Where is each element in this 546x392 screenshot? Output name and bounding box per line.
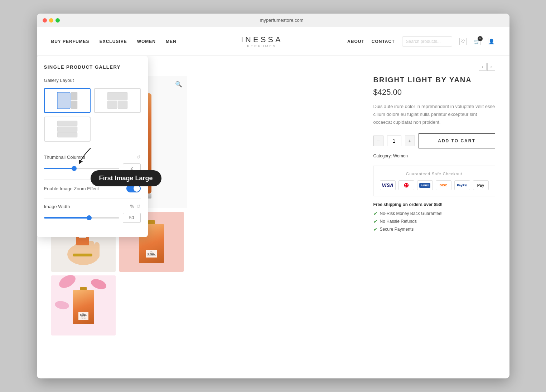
layout-first-large-icon <box>57 92 78 109</box>
annotation-area <box>76 144 105 167</box>
nav-men[interactable]: MEN <box>166 39 177 44</box>
svg-rect-18 <box>57 127 77 132</box>
layout-option-grid[interactable] <box>94 88 141 113</box>
nav-buy-perfumes[interactable]: BUY PERFUMES <box>51 39 90 44</box>
settings-panel: SINGLE PRODUCT GALLERY Gallery Layout <box>37 56 148 237</box>
product-category-value: Women <box>393 153 408 158</box>
close-dot[interactable] <box>43 18 47 23</box>
quantity-row: − + ADD TO CART <box>373 133 495 148</box>
svg-rect-17 <box>57 121 77 126</box>
svg-rect-1 <box>74 244 82 261</box>
quantity-increase[interactable]: + <box>405 136 415 146</box>
payment-amex: AMEX <box>417 180 433 190</box>
breadcrumb-arrows: › ‹ <box>479 63 495 71</box>
gallery-layout-label: Gallery Layout <box>44 78 141 83</box>
product-category: Category: Women <box>373 153 495 158</box>
zoom-label: Enable Image Zoom Effect <box>44 186 99 191</box>
minimize-dot[interactable] <box>49 18 53 23</box>
browser-url: myperfumestore.com <box>60 18 504 23</box>
payment-icons: VISA ⊕ AMEX DISC PayPal Pay <box>380 180 489 190</box>
shipping-item-2: ✔ No Hassle Refunds <box>373 219 495 224</box>
product-title: BRIGHT LIGHT BY YANA <box>373 76 495 84</box>
nav-exclusive[interactable]: EXCLUSIVE <box>100 39 127 44</box>
product-description: Duis aute irure dolor in reprehenderit i… <box>373 103 495 126</box>
logo-title: INESSA <box>241 35 283 44</box>
image-width-label: Image Width <box>44 204 70 209</box>
product-price: $425.00 <box>373 88 495 97</box>
layout-options-grid <box>44 88 141 113</box>
svg-rect-16 <box>118 101 127 109</box>
browser-dots <box>43 18 60 23</box>
nav-contact[interactable]: CONTACT <box>372 39 395 44</box>
zoom-icon[interactable]: 🔍 <box>175 81 182 88</box>
refresh-icon-1[interactable]: ↺ <box>136 154 141 160</box>
shipping-item-1: ✔ No-Risk Money Back Guarantee! <box>373 211 495 216</box>
check-icon-2: ✔ <box>373 219 378 224</box>
breadcrumb-prev[interactable]: ‹ <box>487 63 495 71</box>
image-width-slider-container: 50 <box>44 213 141 223</box>
panel-title: SINGLE PRODUCT GALLERY <box>44 64 141 70</box>
payment-visa: VISA <box>380 180 396 190</box>
layout-option-first-large[interactable] <box>44 88 91 113</box>
payment-apple: Pay <box>473 180 489 190</box>
store-header: BUY PERFUMES EXCLUSIVE WOMEN MEN INESSA … <box>37 27 509 56</box>
tooltip-text: First Image Large <box>99 175 153 182</box>
shipping-item-3: ✔ Secure Payments <box>373 226 495 232</box>
payment-paypal: PayPal <box>454 180 470 190</box>
thumbnail-slider[interactable] <box>44 168 119 169</box>
image-width-row: Image Width % ↺ <box>44 204 141 209</box>
quantity-decrease[interactable]: − <box>373 136 383 146</box>
product-info: BRIGHT LIGHT BY YANA $425.00 Duis aute i… <box>373 76 495 335</box>
image-width-slider[interactable] <box>44 217 119 219</box>
svg-rect-12 <box>71 92 77 100</box>
thumb-flowers[interactable]: Nº5 CHANEL EAU DE PARFUM <box>51 275 116 335</box>
cart-icon[interactable]: 🛒 0 <box>474 38 481 45</box>
browser-window: myperfumestore.com BUY PERFUMES EXCLUSIV… <box>37 14 509 378</box>
svg-rect-5 <box>73 254 92 256</box>
main-area: Home / Women / Bright Light by Yana › ‹ … <box>37 56 509 378</box>
tooltip-bubble: First Image Large <box>91 170 161 186</box>
logo-subtitle: PERFUMES <box>241 44 283 48</box>
divider-3 <box>44 198 141 199</box>
svg-rect-14 <box>107 92 127 100</box>
browser-content: BUY PERFUMES EXCLUSIVE WOMEN MEN INESSA … <box>37 27 509 378</box>
search-input[interactable]: Search products... <box>402 36 452 46</box>
cart-badge: 0 <box>478 36 483 41</box>
refresh-icon-2[interactable]: ↺ <box>136 204 141 209</box>
nav-about[interactable]: ABOUT <box>347 39 364 44</box>
wishlist-icon[interactable]: ♡ <box>459 38 467 45</box>
quantity-input[interactable] <box>387 136 401 146</box>
payment-mastercard: ⊕ <box>398 180 414 190</box>
checkout-title: Guaranteed Safe Checkout <box>380 172 489 176</box>
svg-rect-4 <box>94 242 100 259</box>
layout-list-icon <box>57 120 78 138</box>
add-to-cart-button[interactable]: ADD TO CART <box>419 133 495 148</box>
image-width-slider-thumb[interactable] <box>87 215 92 220</box>
image-width-value[interactable]: 50 <box>123 213 141 223</box>
layout-grid-icon <box>107 92 128 109</box>
checkout-box: Guaranteed Safe Checkout VISA ⊕ AMEX DIS… <box>373 166 495 196</box>
check-icon-3: ✔ <box>373 226 378 232</box>
shipping-info: Free shipping on orders over $50! ✔ No-R… <box>373 202 495 232</box>
image-width-unit: % <box>130 204 134 209</box>
svg-rect-13 <box>71 101 77 109</box>
maximize-dot[interactable] <box>55 18 60 23</box>
nav-left: BUY PERFUMES EXCLUSIVE WOMEN MEN <box>51 39 177 44</box>
store-logo: INESSA PERFUMES <box>241 35 283 48</box>
check-icon-1: ✔ <box>373 211 378 216</box>
thumbnail-slider-thumb[interactable] <box>72 166 77 171</box>
payment-discover: DISC <box>436 180 451 190</box>
browser-titlebar: myperfumestore.com <box>37 14 509 27</box>
svg-rect-15 <box>107 101 117 109</box>
svg-rect-19 <box>57 132 77 137</box>
svg-rect-11 <box>57 92 70 109</box>
user-icon[interactable]: 👤 <box>488 38 495 45</box>
breadcrumb-next[interactable]: › <box>479 63 487 71</box>
nav-right: ABOUT CONTACT Search products... ♡ 🛒 0 👤 <box>347 36 495 46</box>
layout-option-list[interactable] <box>44 117 91 142</box>
nav-women[interactable]: WOMEN <box>137 39 156 44</box>
shipping-title: Free shipping on orders over $50! <box>373 202 495 207</box>
annotation-arrow-svg <box>76 144 105 166</box>
